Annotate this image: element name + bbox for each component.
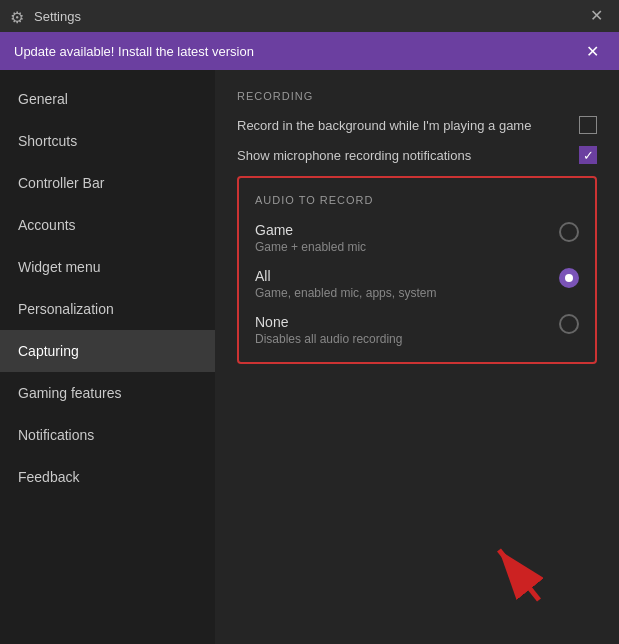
window-title: Settings [34,9,576,24]
main-layout: General Shortcuts Controller Bar Account… [0,70,619,644]
update-banner-close-button[interactable]: ✕ [580,40,605,63]
audio-to-record-box: AUDIO TO RECORD Game Game + enabled mic … [237,176,597,364]
sidebar-item-controller-bar[interactable]: Controller Bar [0,162,215,204]
sidebar-item-personalization[interactable]: Personalization [0,288,215,330]
show-mic-notifications-label: Show microphone recording notifications [237,148,471,163]
arrow-svg [479,530,559,610]
radio-option-all: All Game, enabled mic, apps, system [255,268,579,300]
record-background-row: Record in the background while I'm playi… [237,116,597,134]
window-close-button[interactable]: ✕ [584,6,609,26]
svg-line-1 [499,550,539,600]
sidebar-item-feedback[interactable]: Feedback [0,456,215,498]
sidebar-item-widget-menu[interactable]: Widget menu [0,246,215,288]
show-mic-notifications-row: Show microphone recording notifications [237,146,597,164]
radio-option-game: Game Game + enabled mic [255,222,579,254]
radio-all-subtitle: Game, enabled mic, apps, system [255,286,549,300]
sidebar: General Shortcuts Controller Bar Account… [0,70,215,644]
content-area: RECORDING Record in the background while… [215,70,619,644]
settings-icon: ⚙ [10,8,26,24]
radio-option-none: None Disables all audio recording [255,314,579,346]
sidebar-item-notifications[interactable]: Notifications [0,414,215,456]
record-background-label: Record in the background while I'm playi… [237,118,531,133]
radio-game-title: Game [255,222,549,238]
radio-none-button[interactable] [559,314,579,334]
update-banner: Update available! Install the latest ver… [0,32,619,70]
sidebar-item-shortcuts[interactable]: Shortcuts [0,120,215,162]
sidebar-item-accounts[interactable]: Accounts [0,204,215,246]
sidebar-item-general[interactable]: General [0,78,215,120]
radio-none-title: None [255,314,549,330]
show-mic-notifications-checkbox[interactable] [579,146,597,164]
arrow-indicator [479,530,559,614]
update-banner-text: Update available! Install the latest ver… [14,44,254,59]
recording-section-label: RECORDING [237,90,597,102]
radio-none-subtitle: Disables all audio recording [255,332,549,346]
sidebar-item-gaming-features[interactable]: Gaming features [0,372,215,414]
title-bar: ⚙ Settings ✕ [0,0,619,32]
radio-all-button[interactable] [559,268,579,288]
radio-game-subtitle: Game + enabled mic [255,240,549,254]
sidebar-item-capturing[interactable]: Capturing [0,330,215,372]
audio-to-record-label: AUDIO TO RECORD [255,194,579,206]
radio-all-title: All [255,268,549,284]
record-background-checkbox[interactable] [579,116,597,134]
radio-game-button[interactable] [559,222,579,242]
